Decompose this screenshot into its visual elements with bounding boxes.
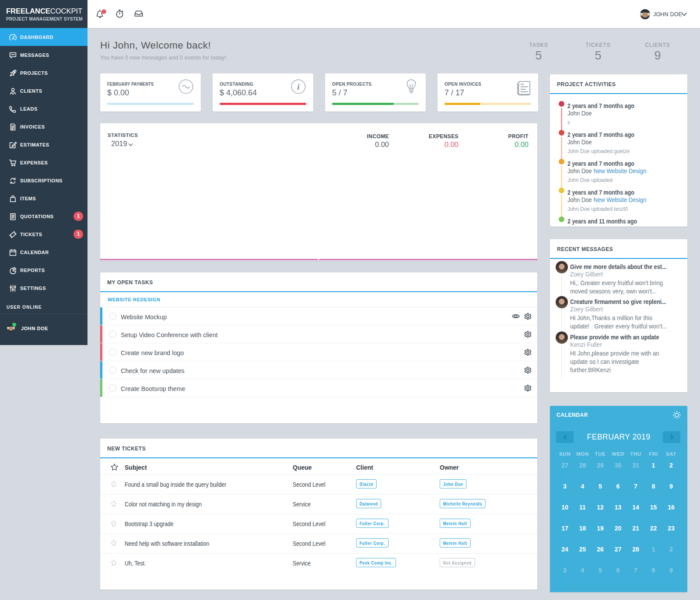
- svg-text:i: i: [297, 82, 300, 91]
